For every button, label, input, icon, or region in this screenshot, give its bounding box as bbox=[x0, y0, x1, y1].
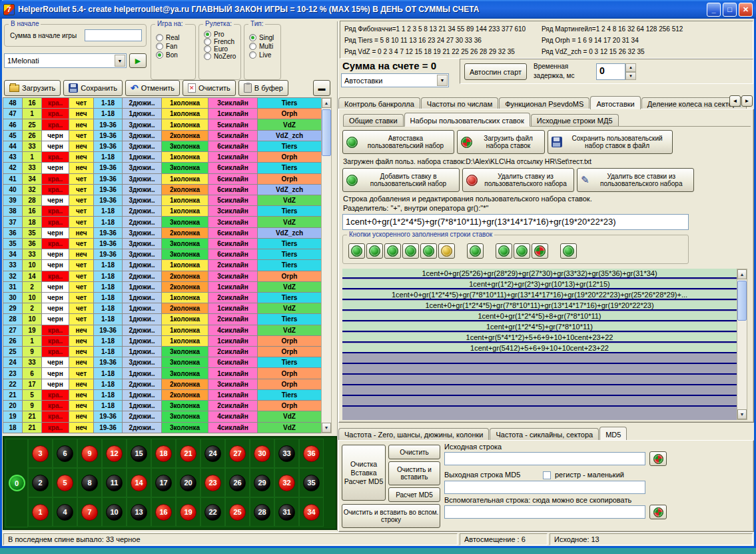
quick-fill-button[interactable] bbox=[438, 243, 455, 259]
md5-clear-button[interactable]: Очистить bbox=[388, 445, 440, 459]
table-row[interactable]: 2719кра..неч19-362дюжи..1колонка4сиклайн… bbox=[3, 325, 321, 336]
delay-spinner[interactable]: 0 ▲ ▼ bbox=[596, 63, 636, 80]
table-row[interactable]: 236чернчет1-181дюжи..3колонка1сиклайнOrp… bbox=[3, 368, 321, 379]
board-cell-18[interactable]: 18 bbox=[151, 439, 176, 468]
spinner-up-icon[interactable]: ▲ bbox=[625, 63, 636, 72]
board-cell-zero[interactable]: 0 bbox=[5, 439, 28, 527]
board-cell-14[interactable]: 14 bbox=[127, 468, 151, 497]
bet-string-input[interactable]: 1cent+0+gr(1*2*4*5)+gr(7*8*10*11)+gr(13*… bbox=[342, 214, 689, 230]
scroll-down-icon[interactable]: ▼ bbox=[322, 423, 331, 433]
scroll-up-icon[interactable]: ▲ bbox=[737, 269, 747, 279]
table-row[interactable]: 2433черннеч19-363дюжи..3колонка6сиклайнT… bbox=[3, 357, 321, 368]
table-row[interactable]: 4134кра..чет19-363дюжи..1колонка6сиклайн… bbox=[3, 174, 321, 185]
toolbar-button-clear[interactable]: Очистить bbox=[183, 80, 236, 96]
board-cell-9[interactable]: 9 bbox=[77, 439, 102, 468]
radio-euro[interactable]: Euro bbox=[204, 45, 240, 53]
board-cell-30[interactable]: 30 bbox=[250, 439, 274, 468]
md5-aux-chip-button[interactable] bbox=[649, 505, 667, 519]
bet-string-row[interactable]: 1cent+gr(5*4*1*2)+5+6+9+10+10cent+23+22 bbox=[342, 333, 737, 343]
md5-aux-input[interactable] bbox=[444, 505, 645, 519]
tab-scroll-left-icon[interactable]: ◄ bbox=[729, 95, 741, 107]
quick-fill-button[interactable] bbox=[402, 243, 419, 259]
table-row[interactable]: 261кра..неч1-181дюжи..1колонка1сиклайнOr… bbox=[3, 336, 321, 347]
board-cell-3[interactable]: 3 bbox=[28, 439, 53, 468]
play-button[interactable] bbox=[129, 53, 147, 68]
table-row[interactable]: 259кра..неч1-181дюжи..3колонка2сиклайнOr… bbox=[3, 347, 321, 357]
radio-real[interactable]: Real bbox=[156, 34, 195, 41]
board-cell-24[interactable]: 24 bbox=[200, 439, 225, 468]
bottom-tab-3[interactable]: MD5 bbox=[599, 427, 627, 440]
toolbar-button-save-diskette[interactable]: Сохранить bbox=[63, 80, 123, 96]
bottom-tab-2[interactable]: Частота - сиклайны, сектора bbox=[490, 428, 599, 440]
history-scrollbar[interactable]: ▲ ▼ bbox=[321, 97, 332, 433]
bet-list-scrollbar[interactable]: ▲ ▼ bbox=[737, 269, 747, 420]
board-cell-5[interactable]: 5 bbox=[53, 468, 77, 497]
button-chip-1[interactable]: Добавить ставку в пользовательский набор bbox=[342, 168, 460, 192]
scroll-thumb[interactable] bbox=[737, 281, 747, 321]
lowercase-checkbox[interactable] bbox=[543, 471, 551, 479]
board-cell-33[interactable]: 33 bbox=[274, 439, 299, 468]
board-cell-16[interactable]: 16 bbox=[151, 497, 176, 527]
board-cell-2[interactable]: 2 bbox=[28, 468, 53, 497]
main-tab-2[interactable]: Частоты по числам bbox=[421, 97, 498, 109]
board-cell-34[interactable]: 34 bbox=[299, 497, 324, 527]
quick-fill-button[interactable] bbox=[532, 243, 548, 259]
button-pencil-3[interactable]: Удалить все ставки из пользовательского … bbox=[577, 168, 694, 192]
quick-fill-button[interactable] bbox=[384, 243, 401, 259]
radio-live[interactable]: Live bbox=[249, 51, 280, 59]
table-row[interactable]: 3010чернчет1-181дюжи..1колонка2сиклайнTi… bbox=[3, 293, 321, 303]
table-row[interactable]: 471кра..неч1-181дюжи..1колонка1сиклайнOr… bbox=[3, 109, 321, 119]
quick-fill-button[interactable] bbox=[348, 243, 365, 259]
scroll-up-icon[interactable]: ▲ bbox=[322, 98, 331, 108]
quick-fill-button[interactable] bbox=[366, 243, 383, 259]
quick-fill-button[interactable] bbox=[467, 243, 484, 259]
toolbar-button-clipboard[interactable]: В буфер bbox=[238, 80, 288, 96]
bet-string-row[interactable]: 1cent+gr(5412)+5+6+9+10+10cent+23+22 bbox=[342, 343, 737, 353]
titlebar[interactable]: 7 HelperRoullet 5.4- create helperroulle… bbox=[0, 0, 756, 19]
board-cell-15[interactable]: 15 bbox=[127, 439, 151, 468]
radio-french[interactable]: French bbox=[204, 38, 240, 45]
scroll-track[interactable] bbox=[322, 108, 331, 423]
md5-source-chip-button[interactable] bbox=[649, 451, 667, 466]
table-row[interactable]: 4233черннеч19-363дюжи..3колонка6сиклайнT… bbox=[3, 163, 321, 173]
board-cell-10[interactable]: 10 bbox=[102, 497, 127, 527]
md5-all-in-one-button[interactable]: Очистка Вставка Расчет MD5 bbox=[342, 445, 386, 501]
sub-tab-3[interactable]: Исходные строки МД5 bbox=[531, 114, 619, 126]
board-cell-1[interactable]: 1 bbox=[28, 497, 53, 527]
table-row[interactable]: 292чернчет1-181дюжи..2колонка1сиклайнVdZ bbox=[3, 303, 321, 314]
quick-fill-button[interactable] bbox=[496, 243, 512, 259]
strategy-select[interactable]: 1Melonati ▼ bbox=[4, 53, 127, 68]
close-button[interactable]: ✕ bbox=[739, 3, 753, 17]
md5-source-input[interactable] bbox=[444, 452, 645, 465]
board-cell-26[interactable]: 26 bbox=[225, 468, 250, 497]
table-row[interactable]: 1921кра..неч19-362дюжи..3колонка4сиклайн… bbox=[3, 411, 321, 422]
scroll-track[interactable] bbox=[737, 279, 747, 409]
bet-strings-list[interactable]: 1cent+0+gr(25*26)+gr(28*29)+gr(27*30)+gr… bbox=[342, 269, 737, 420]
spinner-down-icon[interactable]: ▼ bbox=[625, 72, 636, 81]
bet-string-row[interactable]: 1cent+0+gr(1*2*4*5)+gr(7*8*10*11)+gr(13*… bbox=[342, 290, 737, 300]
radio-pro[interactable]: Pro bbox=[204, 31, 240, 38]
table-row[interactable]: 3536кра..чет19-363дюжи..3колонка6сиклайн… bbox=[3, 239, 321, 249]
table-row[interactable]: 4526чернчет19-363дюжи..2колонка5сиклайнV… bbox=[3, 131, 321, 141]
scroll-down-icon[interactable]: ▼ bbox=[737, 409, 747, 419]
spin-history-table[interactable]: 4816кра..чет1-182дюжи..1колонка3сиклайнT… bbox=[3, 97, 321, 433]
radio-multi[interactable]: Multi bbox=[249, 43, 280, 50]
chevron-down-icon[interactable]: ▼ bbox=[437, 75, 448, 86]
table-row[interactable]: 4433черннеч19-363дюжи..3колонка6сиклайнT… bbox=[3, 141, 321, 152]
table-row[interactable]: 215кра..неч1-181дюжи..2колонка1сиклайнTi… bbox=[3, 390, 321, 401]
table-row[interactable]: 431кра..неч1-181дюжи..1колонка1сиклайнOr… bbox=[3, 152, 321, 163]
table-row[interactable]: 3214кра..чет1-182дюжи..2колонка3сиклайнO… bbox=[3, 271, 321, 282]
board-cell-6[interactable]: 6 bbox=[53, 439, 77, 468]
board-cell-21[interactable]: 21 bbox=[176, 439, 200, 468]
board-cell-13[interactable]: 13 bbox=[127, 497, 151, 527]
betting-board[interactable]: 0 36912151821242730333625811141720232629… bbox=[3, 436, 337, 530]
button-chip-2[interactable]: Загрузить файл набора ставок bbox=[457, 130, 545, 154]
delay-value[interactable]: 0 bbox=[596, 63, 625, 80]
scroll-thumb[interactable] bbox=[322, 109, 331, 156]
table-row[interactable]: 3310чернчет1-181дюжи..1колонка2сиклайнTi… bbox=[3, 260, 321, 271]
board-cell-17[interactable]: 17 bbox=[151, 468, 176, 497]
bet-string-row[interactable]: 1cent+0+gr(25*26)+gr(28*29)+gr(27*30)+gr… bbox=[342, 269, 737, 279]
table-row[interactable]: 4032кра..чет19-363дюжи..2колонка6сиклайн… bbox=[3, 185, 321, 195]
board-cell-12[interactable]: 12 bbox=[102, 439, 127, 468]
table-row[interactable]: 312чернчет1-181дюжи..2колонка1сиклайнVdZ bbox=[3, 282, 321, 293]
